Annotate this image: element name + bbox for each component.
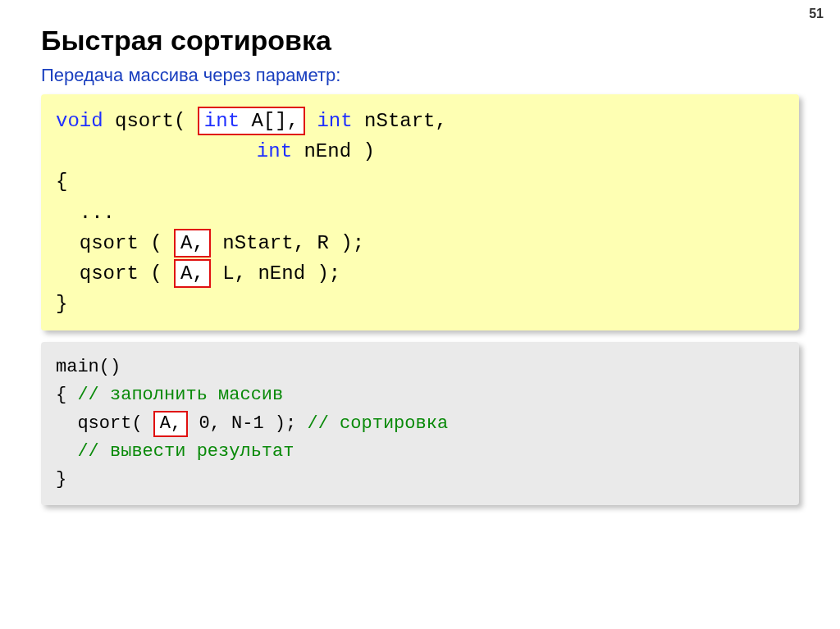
code-text: nEnd )	[292, 140, 375, 162]
code-line: main()	[56, 353, 784, 381]
code-text: qsort (	[56, 262, 174, 285]
highlight-box: int A[],	[198, 107, 305, 135]
code-block-main: main() { // заполнить массив qsort( A, 0…	[41, 342, 799, 504]
code-text: qsort(	[56, 413, 153, 434]
code-line: }	[56, 289, 784, 319]
code-line: }	[56, 466, 784, 494]
code-text: L, nEnd );	[211, 262, 340, 285]
code-line: qsort ( A, nStart, R );	[56, 228, 784, 258]
keyword-int: int	[204, 110, 240, 132]
keyword-int: int	[56, 140, 292, 162]
page-number: 51	[809, 7, 824, 21]
code-line: qsort( A, 0, N-1 ); // сортировка	[56, 410, 784, 438]
code-line: void qsort( int A[], int nStart,	[56, 106, 784, 136]
subtitle: Передача массива через параметр:	[41, 65, 799, 86]
code-text: qsort(	[103, 110, 198, 132]
comment: // заполнить массив	[77, 385, 283, 405]
code-text: qsort (	[56, 232, 174, 254]
code-text: nStart, R );	[211, 232, 364, 254]
highlight-box: A,	[153, 411, 188, 438]
code-text: 0, N-1 );	[188, 413, 307, 434]
code-line: int nEnd )	[56, 136, 784, 166]
code-line: {	[56, 166, 784, 197]
slide: 51 Быстрая сортировка Передача массива ч…	[0, 0, 840, 533]
code-text: nStart,	[353, 110, 447, 132]
code-line: qsort ( A, L, nEnd );	[56, 258, 784, 289]
code-text: {	[56, 385, 77, 405]
page-title: Быстрая сортировка	[41, 25, 799, 57]
highlight-box: A,	[174, 259, 211, 288]
keyword-void: void	[56, 110, 103, 132]
comment: // вывести результат	[56, 438, 784, 466]
comment: // сортировка	[307, 413, 448, 434]
code-block-signature: void qsort( int A[], int nStart, int nEn…	[41, 94, 799, 330]
code-line: ...	[56, 198, 784, 228]
highlight-box: A,	[174, 229, 211, 258]
keyword-int: int	[305, 110, 353, 132]
code-line: { // заполнить массив	[56, 381, 784, 409]
